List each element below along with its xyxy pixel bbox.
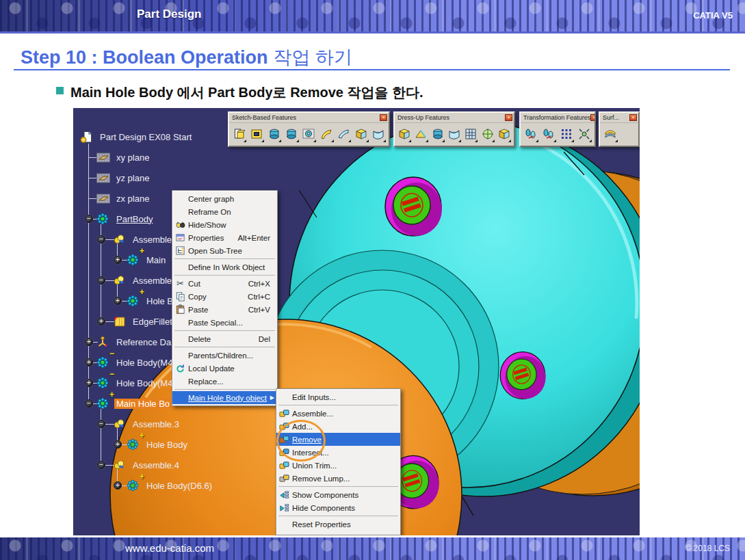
menu-item-union-trim[interactable]: Union Trim...	[276, 459, 400, 472]
toolbar-surf[interactable]: Surf...×	[599, 111, 640, 147]
draft-angle-icon[interactable]	[430, 125, 445, 143]
tree-item-hole-body-m4[interactable]: −Hole Body(M4	[96, 356, 174, 369]
tree-item-label[interactable]: Hole B	[144, 296, 175, 306]
chamfer-icon[interactable]	[413, 125, 428, 143]
close-icon[interactable]: ×	[380, 114, 387, 121]
menu-item-center-graph[interactable]: Center graph	[172, 192, 277, 205]
menu-item-open-sub-tree[interactable]: Open Sub-Tree	[172, 244, 277, 257]
expand-plus-node[interactable]: +	[114, 481, 122, 490]
tree-item-hole-b[interactable]: +Hole B	[127, 294, 175, 308]
menu-item-hide-show[interactable]: Hide/Show	[172, 218, 277, 231]
expand-minus-node[interactable]: −	[97, 461, 105, 469]
edge-fillet-icon[interactable]	[397, 125, 412, 143]
tree-item-label[interactable]: PartBody	[114, 214, 155, 224]
rotation-icon[interactable]	[540, 125, 557, 143]
expand-plus-node[interactable]: +	[114, 256, 122, 264]
tree-item-label[interactable]: Hole Body	[144, 440, 189, 450]
thread-tap-icon[interactable]	[480, 125, 495, 143]
tree-item-label[interactable]: Hole Body(M4	[114, 378, 174, 388]
loft-icon[interactable]	[371, 125, 387, 143]
tree-item-label[interactable]: Reference Da	[114, 337, 173, 347]
menu-item-copy[interactable]: CopyCtrl+C	[172, 290, 277, 303]
expand-plus-node[interactable]: +	[114, 440, 122, 449]
shell-icon[interactable]	[447, 125, 462, 143]
tree-item-zx-plane[interactable]: zx plane	[96, 191, 151, 205]
menu-item-main-hole-body-object[interactable]: Main Hole Body object▶	[172, 391, 277, 404]
scaling-icon[interactable]	[576, 125, 592, 143]
tree-item-assemble-3[interactable]: Assemble.3	[113, 417, 181, 431]
tree-item-label[interactable]: Part Design EX08 Start	[98, 132, 194, 142]
menu-item-delete[interactable]: DeleteDel	[172, 332, 277, 345]
menu-item-remove[interactable]: Remove	[276, 433, 400, 446]
tree-item-main[interactable]: +Main	[127, 253, 168, 267]
tree-item-label[interactable]: Hole Body(M4	[114, 358, 174, 368]
tree-item-label[interactable]: Assemble.	[131, 276, 177, 286]
menu-item-cut[interactable]: ✂CutCtrl+X	[172, 277, 277, 290]
tree-item-hole-body-d6-6[interactable]: +Hole Body(D6.6)	[127, 479, 214, 492]
tree-item-label[interactable]: zx plane	[114, 194, 151, 204]
menu-item-assemble[interactable]: Assemble...	[276, 407, 400, 420]
menu-item-paste[interactable]: PasteCtrl+V	[172, 303, 277, 316]
groove-icon[interactable]	[283, 125, 299, 143]
toolbar-dress-up-features[interactable]: Dress-Up Features×	[393, 111, 515, 147]
menu-item-local-update[interactable]: Local Update	[172, 362, 277, 375]
expand-minus-node[interactable]: −	[97, 420, 105, 428]
menu-item-reset-properties[interactable]: Reset Properties	[276, 518, 400, 531]
close-icon[interactable]: ×	[629, 114, 637, 121]
expand-minus-node[interactable]: −	[97, 235, 105, 243]
pad-icon[interactable]	[231, 125, 247, 143]
menu-item-replace[interactable]: Replace...	[172, 375, 277, 388]
menu-item-paste-special[interactable]: Paste Special...	[172, 316, 277, 329]
close-icon[interactable]: ×	[590, 114, 594, 121]
tree-item-label[interactable]: yz plane	[114, 173, 151, 183]
hole-icon[interactable]	[301, 125, 317, 143]
tree-item-yz-plane[interactable]: yz plane	[96, 171, 151, 185]
tree-item-hole-body[interactable]: +Hole Body	[127, 438, 189, 451]
tree-item-reference-da[interactable]: Reference Da	[96, 335, 173, 349]
tree-item-label[interactable]: EdgeFillet.	[131, 317, 177, 327]
rib-icon[interactable]	[318, 125, 334, 143]
stiffener-icon[interactable]	[353, 125, 369, 143]
menu-item-show-components[interactable]: Show Components	[276, 488, 400, 501]
pocket-icon[interactable]	[248, 125, 264, 143]
menu-item-reframe-on[interactable]: Reframe On	[172, 205, 277, 218]
menu-item-edit-inputs[interactable]: Edit Inputs...	[276, 390, 400, 403]
tree-item-part-design-ex08-start[interactable]: Part Design EX08 Start	[80, 130, 194, 144]
expand-minus-node[interactable]: −	[97, 276, 105, 284]
expand-plus-node[interactable]: +	[85, 379, 93, 387]
menu-item-add[interactable]: Add...	[276, 420, 400, 433]
tree-item-label[interactable]: Assemble.4	[131, 460, 181, 470]
menu-item-remove-lump[interactable]: Remove Lump...	[276, 472, 400, 485]
translation-icon[interactable]	[523, 125, 539, 143]
menu-item-intersect[interactable]: Intersect...	[276, 446, 400, 459]
menu-item-hide-components[interactable]: Hide Components	[276, 501, 400, 514]
thickness-icon[interactable]	[463, 125, 478, 143]
tree-item-label[interactable]: xy plane	[114, 152, 151, 163]
tree-item-label[interactable]: Main Hole Bo	[114, 399, 172, 409]
menu-item-properties[interactable]: PropertiesAlt+Enter	[172, 231, 277, 244]
menu-item-change-part-body[interactable]: Change Part Body	[276, 531, 400, 535]
close-icon[interactable]: ×	[505, 114, 512, 121]
remove-face-icon[interactable]	[497, 125, 512, 143]
expand-plus-node[interactable]: +	[85, 338, 93, 346]
tree-item-label[interactable]: Main	[144, 255, 168, 265]
tree-item-assemble[interactable]: Assemble.	[113, 232, 177, 246]
tree-item-label[interactable]: Assemble.3	[131, 419, 181, 429]
tree-item-label[interactable]: Hole Body(D6.6)	[144, 481, 214, 491]
menu-item-parents-children[interactable]: Parents/Children...	[172, 349, 277, 362]
tree-item-assemble-4[interactable]: Assemble.4	[113, 458, 181, 472]
tree-item-label[interactable]: Assemble.	[131, 235, 177, 245]
tree-item-main-hole-bo[interactable]: +Main Hole Bo	[96, 397, 172, 410]
expand-minus-node[interactable]: −	[85, 399, 93, 408]
expand-plus-node[interactable]: +	[85, 358, 93, 366]
toolbar-sketch-based-features[interactable]: Sketch-Based Features×	[228, 111, 390, 147]
menu-item-define-in-work-object[interactable]: Define In Work Object	[172, 261, 277, 274]
slot-icon[interactable]	[336, 125, 352, 143]
shaft-icon[interactable]	[266, 125, 282, 143]
tree-item-partbody[interactable]: PartBody	[96, 212, 155, 226]
tree-item-assemble[interactable]: Assemble.	[113, 274, 177, 287]
expand-plus-node[interactable]: +	[97, 317, 105, 325]
extrude-icon[interactable]	[602, 125, 618, 143]
expand-plus-node[interactable]: +	[114, 297, 122, 305]
toolbar-transformation-features[interactable]: Transformation Features×	[519, 111, 596, 147]
